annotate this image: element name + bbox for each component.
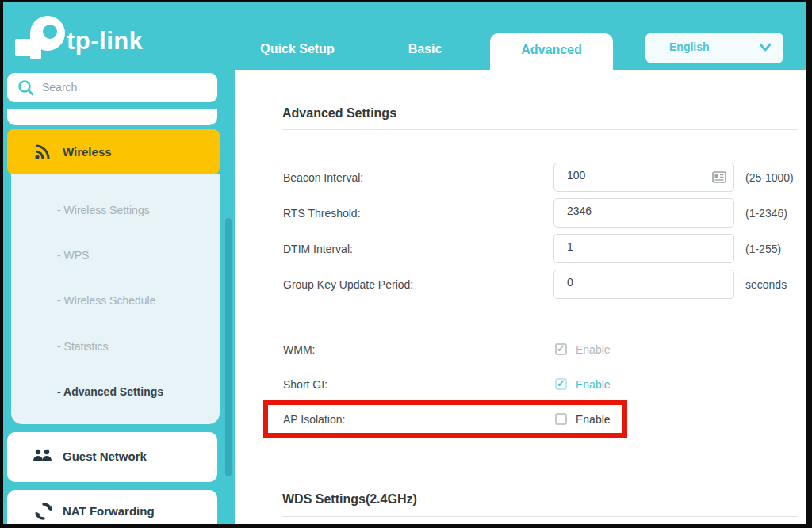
tp-link-logo-icon: tp-link: [10, 7, 152, 64]
toggle-label-short-gi: Short GI:: [283, 378, 327, 391]
tab-advanced[interactable]: Advanced: [490, 33, 613, 71]
sidebar-item-nat-forwarding[interactable]: NAT Forwarding: [7, 490, 217, 524]
sidebar-item-advanced-settings[interactable]: - Advanced Settings: [57, 385, 163, 398]
ap-isolation-enable-checkbox[interactable]: [555, 413, 567, 425]
sidebar-item-wireless-schedule[interactable]: - Wireless Schedule: [57, 294, 156, 307]
beacon-interval-input[interactable]: [567, 169, 702, 182]
guest-users-icon: [33, 449, 53, 465]
short-gi-enable-checkbox[interactable]: [555, 378, 567, 390]
sidebar-item-wireless-settings[interactable]: - Wireless Settings: [57, 204, 150, 216]
field-hint-beacon-interval: (25-1000): [745, 171, 794, 184]
field-label-group-key-update-period: Group Key Update Period:: [283, 278, 413, 291]
section-title-wds-settings: WDS Settings(2.4GHz): [282, 492, 417, 507]
field-label-beacon-interval: Beacon Interval:: [283, 171, 363, 184]
field-hint-dtim-interval: (1-255): [745, 243, 781, 255]
screenshot-frame: tp-link Quick Setup Basic Advanced Engli…: [0, 0, 812, 528]
group-key-update-period-field: [553, 270, 734, 299]
search-input[interactable]: [42, 78, 205, 97]
section-divider: [282, 129, 798, 130]
rts-threshold-input[interactable]: [567, 205, 702, 217]
sidebar-item-wireless[interactable]: Wireless: [7, 129, 220, 174]
short-gi-enable-label: Enable: [576, 378, 611, 391]
field-hint-rts-threshold: (1-2346): [745, 207, 787, 220]
router-admin-app: tp-link Quick Setup Basic Advanced Engli…: [3, 2, 806, 524]
tab-advanced-label: Advanced: [521, 43, 581, 57]
field-label-dtim-interval: DTIM Interval:: [283, 243, 353, 255]
toggle-label-wmm: WMM:: [283, 343, 315, 356]
sidebar-scrollbar-thumb[interactable]: [225, 218, 232, 476]
sidebar-menu-strip: [7, 109, 217, 125]
field-label-rts-threshold: RTS Threshold:: [283, 207, 361, 220]
sidebar-item-wireless-label: Wireless: [63, 145, 112, 159]
sidebar-item-statistics[interactable]: - Statistics: [57, 340, 109, 353]
language-selected-value: English: [669, 40, 710, 53]
ap-isolation-enable-label: Enable: [576, 413, 611, 426]
sidebar-item-guest-network[interactable]: Guest Network: [7, 432, 217, 482]
chevron-down-icon: [760, 43, 771, 52]
circular-arrows-icon: [34, 502, 53, 521]
sidebar-item-guest-network-label: Guest Network: [63, 450, 147, 463]
toggle-label-ap-isolation: AP Isolation:: [283, 413, 345, 426]
main-content: Advanced Settings Beacon Interval: (25-1…: [235, 70, 806, 524]
wmm-enable-label: Enable: [576, 343, 611, 356]
beacon-interval-field: [553, 163, 734, 192]
tab-basic[interactable]: Basic: [377, 42, 473, 56]
svg-text:tp-link: tp-link: [67, 27, 144, 55]
sidebar-item-wps[interactable]: - WPS: [57, 249, 89, 262]
field-hint-group-key-update-period: seconds: [745, 278, 787, 291]
wmm-enable-checkbox[interactable]: [555, 343, 567, 355]
wireless-submenu: - Wireless Settings - WPS - Wireless Sch…: [11, 174, 220, 424]
section-title-advanced-settings: Advanced Settings: [282, 106, 396, 121]
language-dropdown[interactable]: English: [645, 33, 783, 63]
wireless-broadcast-icon: [34, 144, 52, 160]
input-card-icon[interactable]: [712, 171, 726, 183]
tp-link-logo: tp-link: [10, 7, 152, 67]
dtim-interval-input[interactable]: [567, 240, 702, 253]
sidebar-search: [7, 73, 217, 102]
rts-threshold-field: [553, 198, 734, 228]
section-divider-wds: [282, 516, 798, 517]
sidebar-item-nat-forwarding-label: NAT Forwarding: [63, 504, 155, 518]
tab-quick-setup[interactable]: Quick Setup: [250, 42, 345, 56]
group-key-update-period-input[interactable]: [567, 276, 702, 289]
search-icon: [17, 79, 35, 97]
dtim-interval-field: [553, 234, 734, 263]
